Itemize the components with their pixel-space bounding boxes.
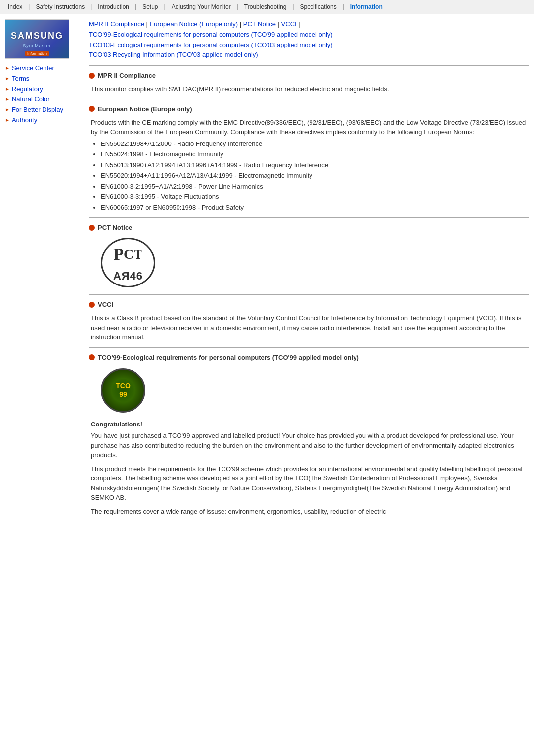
nav-sep-2: | [89,3,93,10]
nav-intro[interactable]: Introduction [94,2,133,12]
vcci-body: This is a Class B product based on the s… [89,313,529,342]
pct-title-text: PCT Notice [98,224,132,231]
bullet-pct [89,225,95,231]
sidebar-logo-subtitle: SyncMaster [23,43,51,48]
sidebar-item-better-display[interactable]: ► For Better Display [5,104,84,115]
pct-p-letter: P [113,241,124,267]
content-area: MPR II Compliance | European Notice (Eur… [89,19,529,521]
link-tco03-recycling[interactable]: TCO'03 Recycling Information (TCO'03 app… [89,51,258,58]
nav-troubleshooting[interactable]: Troubleshooting [240,2,291,12]
european-title-text: European Notice (Europe only) [98,105,192,113]
bullet-item-2: EN55024:1998 - Electromagnetic Immunity [101,149,529,159]
pct-logo-subtext: АЯ46 [113,268,143,284]
arrow-icon-6: ► [5,117,10,123]
section-mpr: MPR II Compliance This monitor complies … [89,65,529,94]
bullet-vcci [89,302,95,308]
sidebar-item-authority[interactable]: ► Authority [5,115,84,125]
section-title-pct: PCT Notice [89,224,529,231]
tco99-para1: You have just purchased a TCO'99 approve… [91,431,529,460]
pct-body: P CT АЯ46 [89,238,529,287]
sidebar-label-regulatory: Regulatory [12,85,43,93]
sidebar-label-service-center: Service Center [12,64,54,72]
nav-setup[interactable]: Setup [138,2,162,12]
arrow-icon-3: ► [5,86,10,92]
european-body: Products with the CE marking comply with… [89,118,529,213]
bullet-european [89,106,95,112]
nav-sep-6: | [291,3,295,10]
sidebar-label-better-display: For Better Display [12,106,63,113]
nav-sep-4: | [163,3,167,10]
section-vcci: VCCI This is a Class B product based on … [89,294,529,342]
section-title-vcci: VCCI [89,301,529,308]
tco-logo: TCO99 [101,368,145,413]
section-pct: PCT Notice P CT АЯ46 [89,217,529,287]
top-links: MPR II Compliance | European Notice (Eur… [89,19,529,60]
mpr-title-text: MPR II Compliance [98,72,156,79]
mpr-body: This monitor complies with SWEDAC(MPR II… [89,84,529,94]
tco99-congratulations-title: Congratulations! [91,420,529,429]
european-bullets: EN55022:1998+A1:2000 - Radio Frequency I… [101,139,529,213]
tco-logo-text: TCO99 [116,382,131,399]
bullet-tco99 [89,354,95,360]
bullet-item-4: EN55020:1994+A11:1996+A12/A13/A14:1999 -… [101,171,529,181]
bullet-item-5: EN61000-3-2:1995+A1/A2:1998 - Power Line… [101,182,529,191]
main-container: SAMSUNG SyncMaster Information ► Service… [0,14,534,526]
link-tco99[interactable]: TCO'99-Ecological requirements for perso… [89,31,333,38]
mpr-text: This monitor complies with SWEDAC(MPR II… [91,84,529,94]
arrow-icon-5: ► [5,107,10,112]
link-pct[interactable]: PCT Notice [243,20,276,28]
section-title-european: European Notice (Europe only) [89,105,529,113]
arrow-icon-2: ► [5,76,10,81]
arrow-icon-4: ► [5,96,10,102]
pct-ct-letters: CT [124,244,143,265]
tco99-para3: The requirements cover a wide range of i… [91,507,529,517]
link-sep-3: | [278,20,281,28]
pct-logo: P CT АЯ46 [101,238,155,287]
link-sep-4: | [298,20,300,28]
bullet-mpr [89,73,95,79]
nav-information[interactable]: Information [346,2,387,12]
nav-safety[interactable]: Safety Instructions [32,2,89,12]
nav-sep-1: | [27,3,31,10]
tco99-title-text: TCO'99-Ecological requirements for perso… [98,354,359,361]
nav-sep-5: | [236,3,239,10]
section-title-tco99: TCO'99-Ecological requirements for perso… [89,354,529,361]
section-tco99: TCO'99-Ecological requirements for perso… [89,347,529,517]
link-mpr[interactable]: MPR II Compliance [89,20,144,28]
link-sep-1: | [146,20,150,28]
pct-logo-inner: P CT [113,241,143,267]
bullet-item-6: EN61000-3-3:1995 - Voltage Fluctuations [101,192,529,202]
tco99-para2: This product meets the requirements for … [91,464,529,503]
sidebar-logo-text: SAMSUNG [11,31,63,41]
bullet-item-1: EN55022:1998+A1:2000 - Radio Frequency I… [101,139,529,149]
arrow-icon-1: ► [5,65,10,71]
sidebar-label-terms: Terms [12,75,29,82]
sidebar-nav: ► Service Center ► Terms ► Regulatory ► … [5,63,84,125]
link-sep-2: | [240,20,243,28]
nav-sep-3: | [134,3,137,10]
sidebar-item-natural-color[interactable]: ► Natural Color [5,94,84,104]
section-european: European Notice (Europe only) Products w… [89,99,529,213]
sidebar-item-service-center[interactable]: ► Service Center [5,63,84,73]
link-european[interactable]: European Notice (Europe only) [150,20,238,28]
sidebar-item-regulatory[interactable]: ► Regulatory [5,84,84,94]
sidebar-label-authority: Authority [12,116,37,124]
sidebar-item-terms[interactable]: ► Terms [5,73,84,84]
sidebar-logo-badge: Information [25,51,49,56]
link-tco03[interactable]: TCO'03-Ecological requirements for perso… [89,41,333,48]
nav-sep-7: | [342,3,345,10]
link-vcci[interactable]: VCCI [281,20,297,28]
nav-specifications[interactable]: Specifications [296,2,341,12]
vcci-title-text: VCCI [98,301,113,308]
nav-bar: Index | Safety Instructions | Introducti… [0,0,534,14]
vcci-text: This is a Class B product based on the s… [91,313,529,342]
tco99-body: TCO99 Congratulations! You have just pur… [89,368,529,517]
european-intro: Products with the CE marking comply with… [91,118,529,137]
nav-adjusting[interactable]: Adjusting Your Monitor [168,2,235,12]
bullet-item-3: EN55013:1990+A12:1994+A13:1996+A14:1999 … [101,160,529,170]
section-title-mpr: MPR II Compliance [89,72,529,79]
sidebar-label-natural-color: Natural Color [12,95,50,103]
nav-index[interactable]: Index [4,2,26,12]
sidebar-logo: SAMSUNG SyncMaster Information [5,19,69,59]
sidebar: SAMSUNG SyncMaster Information ► Service… [5,19,84,521]
